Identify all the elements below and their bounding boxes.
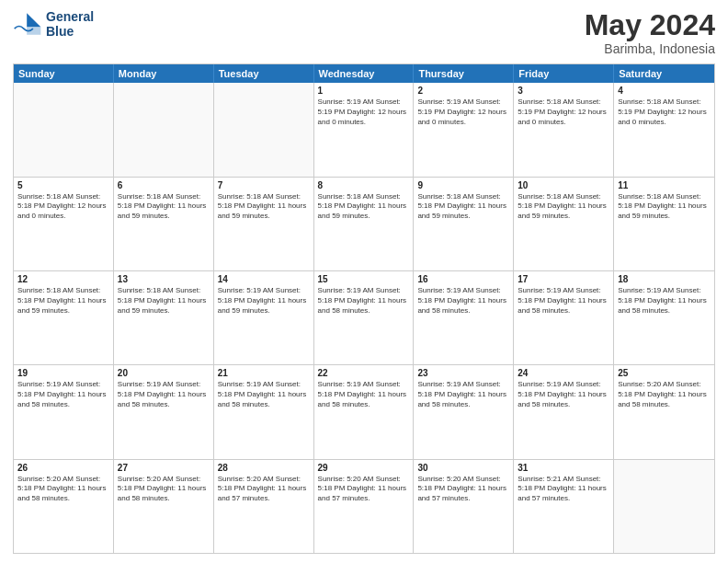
cell-info: Sunrise: 5:20 AM Sunset: 5:18 PM Dayligh… <box>618 380 711 409</box>
day-number: 20 <box>118 368 210 378</box>
cell-info: Sunrise: 5:19 AM Sunset: 5:18 PM Dayligh… <box>518 286 609 316</box>
day-number: 8 <box>318 180 410 190</box>
calendar-cell: 8Sunrise: 5:18 AM Sunset: 5:18 PM Daylig… <box>314 178 415 270</box>
calendar-cell: 23Sunrise: 5:19 AM Sunset: 5:18 PM Dayli… <box>414 365 514 458</box>
cell-info: Sunrise: 5:18 AM Sunset: 5:18 PM Dayligh… <box>17 286 109 316</box>
calendar-cell: 10Sunrise: 5:18 AM Sunset: 5:18 PM Dayli… <box>514 178 614 270</box>
calendar-cell: 20Sunrise: 5:19 AM Sunset: 5:18 PM Dayli… <box>114 365 214 458</box>
day-number: 12 <box>17 274 109 284</box>
day-number: 14 <box>218 274 310 284</box>
calendar-cell: 22Sunrise: 5:19 AM Sunset: 5:18 PM Dayli… <box>314 365 415 458</box>
cell-info: Sunrise: 5:20 AM Sunset: 5:18 PM Dayligh… <box>17 475 109 504</box>
cell-info: Sunrise: 5:19 AM Sunset: 5:18 PM Dayligh… <box>518 380 609 409</box>
calendar-cell: 25Sunrise: 5:20 AM Sunset: 5:18 PM Dayli… <box>614 365 714 458</box>
day-number: 11 <box>618 180 711 190</box>
day-number: 24 <box>518 368 609 378</box>
calendar-cell: 28Sunrise: 5:20 AM Sunset: 5:18 PM Dayli… <box>214 460 314 553</box>
calendar-cell <box>114 83 214 176</box>
day-number: 26 <box>17 463 109 473</box>
calendar-cell: 19Sunrise: 5:19 AM Sunset: 5:18 PM Dayli… <box>14 365 114 458</box>
cell-info: Sunrise: 5:18 AM Sunset: 5:18 PM Dayligh… <box>118 192 210 222</box>
calendar-cell: 3Sunrise: 5:18 AM Sunset: 5:19 PM Daylig… <box>514 83 614 176</box>
calendar-cell: 26Sunrise: 5:20 AM Sunset: 5:18 PM Dayli… <box>14 460 114 553</box>
subtitle: Barimba, Indonesia <box>585 41 715 56</box>
cell-info: Sunrise: 5:19 AM Sunset: 5:18 PM Dayligh… <box>218 286 310 316</box>
calendar-cell: 18Sunrise: 5:19 AM Sunset: 5:18 PM Dayli… <box>614 271 714 364</box>
cell-info: Sunrise: 5:18 AM Sunset: 5:18 PM Dayligh… <box>318 192 410 222</box>
day-number: 10 <box>518 180 609 190</box>
calendar-cell: 1Sunrise: 5:19 AM Sunset: 5:19 PM Daylig… <box>314 83 415 176</box>
day-of-week-header: Saturday <box>614 64 714 83</box>
cell-info: Sunrise: 5:20 AM Sunset: 5:18 PM Dayligh… <box>417 475 509 504</box>
calendar-cell: 27Sunrise: 5:20 AM Sunset: 5:18 PM Dayli… <box>114 460 214 553</box>
day-of-week-header: Wednesday <box>314 64 415 83</box>
day-number: 23 <box>417 368 509 378</box>
cell-info: Sunrise: 5:19 AM Sunset: 5:18 PM Dayligh… <box>318 286 410 316</box>
day-number: 27 <box>118 463 210 473</box>
day-number: 30 <box>417 463 509 473</box>
calendar-cell: 30Sunrise: 5:20 AM Sunset: 5:18 PM Dayli… <box>414 460 514 553</box>
calendar-cell: 16Sunrise: 5:19 AM Sunset: 5:18 PM Dayli… <box>414 271 514 364</box>
cell-info: Sunrise: 5:19 AM Sunset: 5:19 PM Dayligh… <box>417 98 509 127</box>
cell-info: Sunrise: 5:19 AM Sunset: 5:18 PM Dayligh… <box>318 380 410 409</box>
day-number: 6 <box>118 180 210 190</box>
calendar-cell: 6Sunrise: 5:18 AM Sunset: 5:18 PM Daylig… <box>114 178 214 270</box>
cell-info: Sunrise: 5:18 AM Sunset: 5:18 PM Dayligh… <box>518 192 609 222</box>
cell-info: Sunrise: 5:18 AM Sunset: 5:19 PM Dayligh… <box>518 98 609 127</box>
day-number: 21 <box>218 368 310 378</box>
cell-info: Sunrise: 5:20 AM Sunset: 5:18 PM Dayligh… <box>118 475 210 504</box>
cell-info: Sunrise: 5:19 AM Sunset: 5:18 PM Dayligh… <box>618 286 711 316</box>
logo-text: General Blue <box>46 9 94 39</box>
calendar-cell: 11Sunrise: 5:18 AM Sunset: 5:18 PM Dayli… <box>614 178 714 270</box>
page: General Blue May 2024 Barimba, Indonesia… <box>0 0 728 563</box>
cell-info: Sunrise: 5:18 AM Sunset: 5:19 PM Dayligh… <box>618 98 711 127</box>
day-of-week-header: Monday <box>114 64 214 83</box>
calendar-cell: 24Sunrise: 5:19 AM Sunset: 5:18 PM Dayli… <box>514 365 614 458</box>
calendar: SundayMondayTuesdayWednesdayThursdayFrid… <box>13 63 715 554</box>
day-number: 17 <box>518 274 609 284</box>
day-number: 31 <box>518 463 609 473</box>
cell-info: Sunrise: 5:19 AM Sunset: 5:19 PM Dayligh… <box>318 98 410 127</box>
cell-info: Sunrise: 5:18 AM Sunset: 5:18 PM Dayligh… <box>618 192 711 222</box>
day-number: 2 <box>417 86 509 96</box>
day-of-week-header: Friday <box>514 64 614 83</box>
day-number: 29 <box>318 463 410 473</box>
day-number: 9 <box>417 180 509 190</box>
calendar-cell: 31Sunrise: 5:21 AM Sunset: 5:18 PM Dayli… <box>514 460 614 553</box>
day-number: 5 <box>17 180 109 190</box>
day-number: 7 <box>218 180 310 190</box>
day-number: 15 <box>318 274 410 284</box>
calendar-cell <box>614 460 714 553</box>
calendar-cell: 12Sunrise: 5:18 AM Sunset: 5:18 PM Dayli… <box>14 271 114 364</box>
main-title: May 2024 <box>585 9 715 41</box>
calendar-week-row: 12Sunrise: 5:18 AM Sunset: 5:18 PM Dayli… <box>14 271 714 365</box>
cell-info: Sunrise: 5:18 AM Sunset: 5:18 PM Dayligh… <box>118 286 210 316</box>
calendar-cell: 17Sunrise: 5:19 AM Sunset: 5:18 PM Dayli… <box>514 271 614 364</box>
title-block: May 2024 Barimba, Indonesia <box>585 9 715 56</box>
cell-info: Sunrise: 5:19 AM Sunset: 5:18 PM Dayligh… <box>417 380 509 409</box>
calendar-cell: 14Sunrise: 5:19 AM Sunset: 5:18 PM Dayli… <box>214 271 314 364</box>
calendar-cell: 9Sunrise: 5:18 AM Sunset: 5:18 PM Daylig… <box>414 178 514 270</box>
cell-info: Sunrise: 5:18 AM Sunset: 5:18 PM Dayligh… <box>417 192 509 222</box>
day-number: 25 <box>618 368 711 378</box>
day-number: 28 <box>218 463 310 473</box>
day-number: 16 <box>417 274 509 284</box>
calendar-cell: 4Sunrise: 5:18 AM Sunset: 5:19 PM Daylig… <box>614 83 714 176</box>
header: General Blue May 2024 Barimba, Indonesia <box>13 9 715 56</box>
day-number: 22 <box>318 368 410 378</box>
calendar-header: SundayMondayTuesdayWednesdayThursdayFrid… <box>14 64 714 83</box>
logo: General Blue <box>13 9 94 39</box>
cell-info: Sunrise: 5:19 AM Sunset: 5:18 PM Dayligh… <box>417 286 509 316</box>
calendar-week-row: 1Sunrise: 5:19 AM Sunset: 5:19 PM Daylig… <box>14 83 714 177</box>
calendar-cell: 29Sunrise: 5:20 AM Sunset: 5:18 PM Dayli… <box>314 460 415 553</box>
cell-info: Sunrise: 5:19 AM Sunset: 5:18 PM Dayligh… <box>218 380 310 409</box>
day-of-week-header: Tuesday <box>214 64 314 83</box>
cell-info: Sunrise: 5:20 AM Sunset: 5:18 PM Dayligh… <box>218 475 310 504</box>
day-of-week-header: Thursday <box>414 64 514 83</box>
cell-info: Sunrise: 5:19 AM Sunset: 5:18 PM Dayligh… <box>17 380 109 409</box>
day-number: 19 <box>17 368 109 378</box>
calendar-cell: 21Sunrise: 5:19 AM Sunset: 5:18 PM Dayli… <box>214 365 314 458</box>
day-number: 1 <box>318 86 410 96</box>
calendar-cell <box>214 83 314 176</box>
calendar-body: 1Sunrise: 5:19 AM Sunset: 5:19 PM Daylig… <box>14 83 714 553</box>
